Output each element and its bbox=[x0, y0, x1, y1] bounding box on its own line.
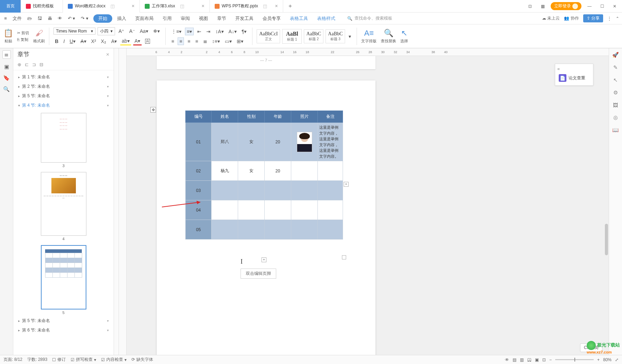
align-justify-button[interactable]: ≡ bbox=[194, 38, 199, 45]
text-dir-button[interactable]: ↕A▾ bbox=[214, 28, 225, 35]
table-row[interactable]: 05 bbox=[186, 220, 343, 240]
eye-icon[interactable]: 👁 bbox=[505, 357, 509, 362]
grow-font-icon[interactable]: A⁺ bbox=[117, 28, 126, 35]
undo-button[interactable]: ↶ ▾ bbox=[66, 16, 77, 21]
data-table[interactable]: 编号 姓名 性别 年龄 照片 备注 01郑八女20 这里是举例文字内容，这里是举… bbox=[185, 110, 343, 240]
settings-icon[interactable]: ⚙ bbox=[613, 90, 618, 96]
login-button[interactable]: 立即登录 bbox=[551, 2, 581, 10]
tab-home[interactable]: 首页 bbox=[0, 0, 21, 13]
font-size-select[interactable]: 小四▾ bbox=[98, 27, 115, 35]
close-panel-icon[interactable]: ✕ bbox=[106, 52, 109, 57]
table-row[interactable]: 02杨九女20 bbox=[186, 161, 343, 181]
missing-font[interactable]: ⟳ 缺失字体 bbox=[131, 357, 153, 363]
zoom-level[interactable]: 80% bbox=[603, 357, 612, 362]
tab-vip[interactable]: 会员专享 bbox=[258, 14, 285, 23]
restore-icon[interactable]: ◫ bbox=[110, 3, 115, 9]
clear-format-icon[interactable]: ❄▾ bbox=[152, 28, 161, 35]
redo-button[interactable]: ↷ ▾ bbox=[79, 16, 90, 21]
tab-reference[interactable]: 引用 bbox=[158, 14, 176, 23]
rocket-icon[interactable]: 🚀 bbox=[612, 52, 619, 58]
cloud-status[interactable]: ☁ 未上云 bbox=[542, 15, 560, 21]
add-row-button[interactable]: + bbox=[262, 257, 266, 262]
format-painter[interactable]: 🖌 格式刷 bbox=[33, 29, 45, 44]
th-photo[interactable]: 照片 bbox=[291, 111, 318, 123]
section-item[interactable]: ▸第 5 节: 未命名▾ bbox=[13, 91, 114, 101]
zoom-slider[interactable] bbox=[555, 359, 594, 360]
tab-view[interactable]: 视图 bbox=[195, 14, 212, 23]
numbering-button[interactable]: ≡▾ bbox=[185, 28, 194, 35]
word-count[interactable]: 字数: 2893 bbox=[27, 357, 47, 363]
style-h2[interactable]: AaBbC标题 2 bbox=[304, 29, 323, 43]
apps-icon[interactable]: ⊡ bbox=[526, 4, 535, 9]
close-tab-icon[interactable]: ✕ bbox=[275, 4, 278, 8]
content-check-toggle[interactable]: ☑ 内容检查 ▾ bbox=[101, 357, 127, 363]
style-normal[interactable]: AaBbCcI正文 bbox=[257, 29, 280, 43]
vertical-ruler[interactable] bbox=[119, 48, 127, 355]
image-icon[interactable]: 🖼 bbox=[613, 102, 618, 108]
restore-icon[interactable]: ◫ bbox=[180, 3, 184, 9]
collapse-popup-icon[interactable]: « bbox=[557, 66, 591, 73]
font-name-select[interactable]: Times New Rom▾ bbox=[53, 28, 95, 35]
bold-button[interactable]: B bbox=[53, 38, 60, 45]
horizontal-ruler[interactable]: 6422468101416182226283032343840 bbox=[127, 48, 609, 56]
find-icon[interactable]: 🔍 bbox=[3, 86, 10, 92]
tab-word-doc[interactable]: Word教程2.docx ◫ ✕ bbox=[63, 0, 140, 13]
vertical-scrollbar[interactable] bbox=[604, 56, 609, 355]
section-item[interactable]: ▸第 1 节: 未命名▾ bbox=[13, 72, 114, 82]
file-menu[interactable]: 文件 bbox=[11, 15, 23, 22]
more-icon[interactable]: ⋮ bbox=[607, 16, 612, 21]
align-left-button[interactable]: ≡ bbox=[170, 38, 176, 45]
shrink-font-icon[interactable]: A⁻ bbox=[128, 28, 136, 35]
add-section-icon[interactable]: ⊕ bbox=[17, 62, 21, 67]
print-icon[interactable]: 🖶 bbox=[46, 16, 53, 21]
tab-ppt[interactable]: WPS PPT教程.pptx ◫ ✕ bbox=[210, 0, 283, 13]
thesis-check-button[interactable]: 📄 论文查重 bbox=[557, 73, 591, 83]
tab-template[interactable]: 找稻壳模板 bbox=[21, 0, 63, 13]
tab-xlsx[interactable]: 工作簿3.xlsx ◫ ✕ bbox=[140, 0, 210, 13]
fit-icon[interactable]: ⊡ bbox=[542, 357, 546, 362]
table-row[interactable]: 04 bbox=[186, 200, 343, 220]
view-read-icon[interactable]: ▣ bbox=[535, 357, 539, 362]
maximize-button[interactable]: ☐ bbox=[598, 4, 607, 9]
close-tab-icon[interactable]: ✕ bbox=[131, 4, 135, 8]
hamburger-icon[interactable]: ≡ bbox=[3, 16, 8, 21]
coop-button[interactable]: 👥 协作 bbox=[564, 15, 579, 21]
open-icon[interactable]: 🗁 bbox=[26, 16, 33, 21]
minimize-button[interactable]: — bbox=[585, 4, 594, 9]
pen-icon[interactable]: ✎ bbox=[613, 64, 618, 71]
strike-button[interactable]: A▾ bbox=[79, 38, 87, 45]
cursor-icon[interactable]: ↖ bbox=[613, 77, 618, 83]
insert-before-icon[interactable]: ⊏ bbox=[25, 62, 29, 67]
style-h1[interactable]: AaBl标题 1 bbox=[282, 29, 302, 44]
page-indicator[interactable]: 页面: 8/12 bbox=[3, 357, 22, 363]
text-effect-button[interactable]: A▾ bbox=[110, 38, 118, 45]
show-marks-button[interactable]: ¶▾ bbox=[240, 28, 248, 35]
insert-after-icon[interactable]: ⊐ bbox=[32, 62, 36, 67]
line-spacing-button[interactable]: ↕≡▾ bbox=[211, 38, 221, 45]
enclose-button[interactable]: 🄰 bbox=[144, 38, 151, 45]
tab-review[interactable]: 审阅 bbox=[177, 14, 194, 23]
close-tab-icon[interactable]: ✕ bbox=[201, 4, 205, 8]
thumbnails-icon[interactable]: ▣ bbox=[4, 64, 9, 70]
zoom-out-button[interactable]: − bbox=[549, 357, 552, 362]
section-item[interactable]: ▸第 2 节: 未命名▾ bbox=[13, 82, 114, 91]
restore-icon[interactable]: ◫ bbox=[263, 3, 267, 9]
page-thumb[interactable]: — — —— — —— — —— — — bbox=[41, 113, 86, 163]
view-outline-icon[interactable]: 🕮 bbox=[527, 357, 531, 362]
highlight-button[interactable]: ab▾ bbox=[120, 37, 131, 45]
tab-section[interactable]: 章节 bbox=[213, 14, 230, 23]
tab-insert[interactable]: 插入 bbox=[113, 14, 130, 23]
section-item-active[interactable]: ▾第 4 节: 未命名▾ bbox=[13, 101, 114, 110]
copy-button[interactable]: ⎘ 复制 bbox=[17, 37, 29, 42]
location-icon[interactable]: ◎ bbox=[613, 114, 618, 121]
page-thumb[interactable]: — — —— — — — — — — — — — — — — — — — bbox=[41, 172, 86, 236]
new-tab-button[interactable]: ＋ bbox=[283, 2, 297, 10]
command-search[interactable]: 🔍 查找命令、搜索模板 bbox=[347, 15, 392, 21]
cut-button[interactable]: ✂ 剪切 bbox=[17, 30, 29, 36]
tab-start[interactable]: 开始 bbox=[93, 14, 112, 23]
document-area[interactable]: 6422468101416182226283032343840 — 7 — ✥ … bbox=[127, 48, 609, 355]
style-h3[interactable]: AaBbC标题 3 bbox=[326, 29, 345, 43]
add-column-button[interactable]: + bbox=[344, 182, 349, 187]
find-replace-button[interactable]: 🔍查找替换 bbox=[381, 29, 396, 44]
zoom-in-button[interactable]: + bbox=[597, 357, 600, 362]
